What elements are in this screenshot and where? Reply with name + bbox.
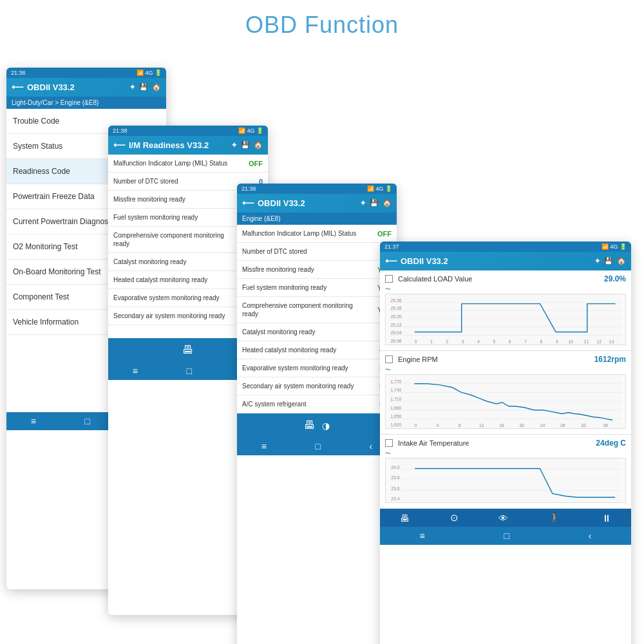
graph-title-row-load: Calculated LOAD Value 29.0% xyxy=(385,274,626,283)
svg-text:24: 24 xyxy=(540,423,545,428)
back-nav-3[interactable]: ‹ xyxy=(370,441,373,451)
label-fuel-3: Fuel system monitoring ready xyxy=(237,279,372,296)
header-icons-1: ✦ 💾 🏠 xyxy=(129,83,161,91)
label-ac-3: A/C system refrigerant xyxy=(237,395,374,413)
eye-btn-4[interactable]: 👁 xyxy=(498,513,508,524)
save-icon-3: 💾 xyxy=(370,199,379,207)
row-mil-3: Malfunction Indicator Lamp (MIL) Status … xyxy=(237,225,397,243)
status-bar-4: 21:37 📶 4G 🔋 xyxy=(380,242,631,252)
screen-graph: 21:37 📶 4G 🔋 ⟵ OBDII V33.2 ✦ 💾 🏠 Calcula… xyxy=(380,242,631,644)
menu-icon-1[interactable]: ≡ xyxy=(31,416,36,426)
screens-container: 21:36 📶 4G 🔋 ⟵ OBDII V33.2 ✦ 💾 🏠 Light-D… xyxy=(0,48,644,641)
menu-icon-2[interactable]: ≡ xyxy=(133,366,138,376)
label-comp-2: Comprehensive component monitoring ready xyxy=(108,227,243,252)
home-icon-nav-3[interactable]: □ xyxy=(316,441,321,451)
svg-text:13: 13 xyxy=(609,339,614,344)
wave-icon-temp: 〜 xyxy=(385,450,391,458)
header-title-2: I/M Readiness V33.2 xyxy=(129,140,209,150)
bottom-bar-graph: 🖶 ⊙ 👁 🚶 ⏸ xyxy=(380,509,631,527)
header-bar-4: ⟵ OBDII V33.2 ✦ 💾 🏠 xyxy=(380,252,631,270)
svg-text:16: 16 xyxy=(499,423,504,428)
svg-text:1,620: 1,620 xyxy=(390,422,401,427)
svg-text:29.28: 29.28 xyxy=(391,306,402,310)
home-icon-nav-2[interactable]: □ xyxy=(187,366,192,376)
svg-text:8: 8 xyxy=(459,423,461,428)
graph-value-load: 29.0% xyxy=(604,274,626,283)
back-nav-4[interactable]: ‹ xyxy=(589,531,592,541)
label-mil-3: Malfunction Indicator Lamp (MIL) Status xyxy=(237,225,372,242)
screen-engine-obdii: 21:36 📶 4G 🔋 ⟵ OBDII V33.2 ✦ 💾 🏠 Engine … xyxy=(237,184,397,644)
graph-label-load: Calculated LOAD Value xyxy=(398,275,472,283)
row-mil-status-2: Malfunction Indicator Lamp (MIL) Status … xyxy=(108,155,268,173)
svg-text:9: 9 xyxy=(556,339,558,344)
svg-text:23.8: 23.8 xyxy=(391,475,399,480)
back-icon-2[interactable]: ⟵ xyxy=(113,140,126,150)
walk-btn-4[interactable]: 🚶 xyxy=(549,512,561,524)
print-icon-2[interactable]: 🖶 xyxy=(182,343,194,357)
svg-text:29.36: 29.36 xyxy=(391,298,402,303)
home-icon-nav-4[interactable]: □ xyxy=(504,531,509,541)
header-icons-3: ✦ 💾 🏠 xyxy=(360,199,392,207)
svg-text:10: 10 xyxy=(569,339,574,344)
svg-rect-48 xyxy=(390,459,621,502)
bt-icon-4: ✦ xyxy=(594,257,600,265)
svg-load: 29.36 29.28 29.20 29.12 29.04 28.96 0 1 … xyxy=(385,294,626,345)
svg-text:4: 4 xyxy=(477,339,480,344)
partial-icon-3: ◑ xyxy=(322,421,330,431)
svg-text:1,650: 1,650 xyxy=(390,414,401,419)
checkbox-load[interactable] xyxy=(385,275,393,283)
save-icon-4: 💾 xyxy=(604,257,613,265)
header-bar-3: ⟵ OBDII V33.2 ✦ 💾 🏠 xyxy=(237,194,397,213)
print-btn-4[interactable]: 🖶 xyxy=(400,513,410,524)
back-icon-3[interactable]: ⟵ xyxy=(242,198,254,208)
svg-text:12: 12 xyxy=(596,339,601,344)
bt-icon-2: ✦ xyxy=(231,141,237,149)
header-bar-2: ⟵ I/M Readiness V33.2 ✦ 💾 🏠 xyxy=(108,136,268,155)
status-bar-2: 21:38 📶 4G 🔋 xyxy=(108,126,268,136)
record-btn-4[interactable]: ⊙ xyxy=(450,512,459,524)
row-dtc-3: Number of DTC stored 0 xyxy=(237,243,397,261)
row-fuel-3: Fuel system monitoring ready YES xyxy=(237,279,397,297)
svg-text:1,770: 1,770 xyxy=(390,379,401,384)
graph-label-temp: Intake Air Temperature xyxy=(398,439,469,447)
time-4: 21:37 xyxy=(384,243,399,250)
menu-icon-4[interactable]: ≡ xyxy=(419,531,424,541)
save-icon: 💾 xyxy=(139,83,148,91)
pause-btn-4[interactable]: ⏸ xyxy=(601,513,611,524)
checkbox-temp[interactable] xyxy=(385,439,393,447)
label-catalyst-3: Catalyst monitoring ready xyxy=(237,323,374,341)
graph-title-temp: Intake Air Temperature xyxy=(385,439,469,447)
signal-3: 📶 4G 🔋 xyxy=(367,185,392,192)
graph-label-rpm: Engine RPM xyxy=(398,355,438,363)
svg-text:29.20: 29.20 xyxy=(391,314,402,319)
graph-title-rpm: Engine RPM xyxy=(385,355,438,363)
svg-text:20: 20 xyxy=(519,423,524,428)
sub-header-1: Light-Duty/Car > Engine (&E8) xyxy=(6,97,166,109)
home-icon-4: 🏠 xyxy=(617,257,626,265)
svg-text:3: 3 xyxy=(462,339,464,344)
home-icon-1[interactable]: □ xyxy=(85,416,90,426)
signal-4: 📶 4G 🔋 xyxy=(601,243,627,250)
back-icon-4[interactable]: ⟵ xyxy=(385,256,397,266)
label-heated-2: Heated catalyst monitoring ready xyxy=(108,271,245,289)
back-icon-1[interactable]: ⟵ xyxy=(12,82,24,92)
home-icon-3: 🏠 xyxy=(383,199,392,207)
wave-row-load: 〜 xyxy=(385,285,626,294)
label-dtc-3: Number of DTC stored xyxy=(237,243,374,260)
label-mil-2: Malfunction Indicator Lamp (MIL) Status xyxy=(108,155,243,172)
time-3: 21:36 xyxy=(242,185,256,192)
svg-text:23.4: 23.4 xyxy=(391,497,399,501)
label-dtc-2: Number of DTC stored xyxy=(108,173,245,190)
wave-icon-load: 〜 xyxy=(385,285,391,294)
svg-text:1: 1 xyxy=(430,339,433,344)
menu-icon-3[interactable]: ≡ xyxy=(261,441,267,451)
svg-text:1,710: 1,710 xyxy=(390,397,401,401)
checkbox-rpm[interactable] xyxy=(385,355,393,363)
row-catalyst-3: Catalyst monitoring ready NO xyxy=(237,323,397,341)
row-heated-3: Heated catalyst monitoring ready N/A xyxy=(237,341,397,359)
print-icon-3[interactable]: 🖶 xyxy=(304,419,316,432)
graph-section-temp: Intake Air Temperature 24deg C 〜 24.0 23… xyxy=(380,435,631,509)
svg-temp: 24.0 23.8 23.6 23.4 xyxy=(385,458,626,503)
svg-text:1,680: 1,680 xyxy=(390,406,401,410)
data-content-3: Malfunction Indicator Lamp (MIL) Status … xyxy=(237,225,397,413)
